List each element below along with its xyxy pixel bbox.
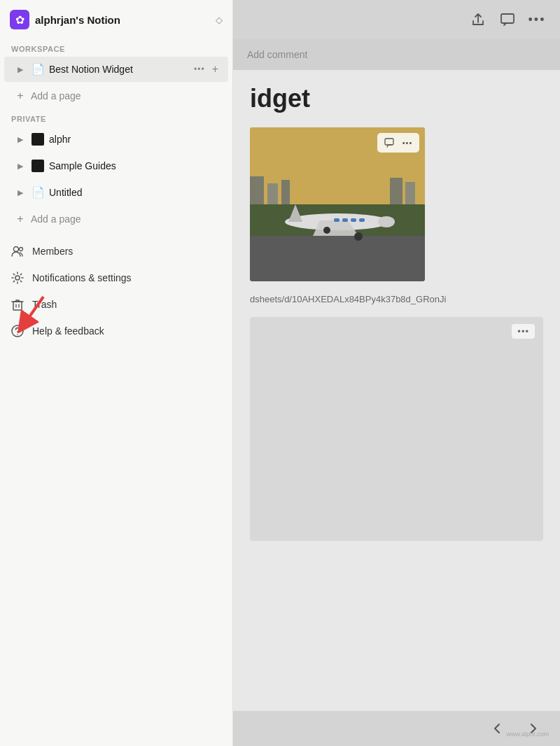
chevron-icon: ◇ (216, 15, 223, 25)
workspace-name: alphrjan's Notion (35, 14, 210, 26)
image-more-btn[interactable]: ••• (400, 135, 415, 150)
add-comment-bar[interactable]: Add comment (233, 39, 560, 70)
svg-rect-8 (501, 14, 514, 23)
chevron-right-icon-sample-guides: ▶ (14, 160, 27, 172)
private-add-page-plus-icon: + (14, 213, 27, 225)
sidebar-item-best-notion-widget[interactable]: ▶ 📄 Best Notion Widget ••• + (4, 57, 228, 82)
nav-label-sample-guides: Sample Guides (49, 160, 187, 171)
svg-rect-13 (267, 183, 278, 204)
dots-button-best-notion-widget[interactable]: ••• (191, 63, 208, 76)
add-comment-text: Add comment (247, 49, 307, 60)
svg-point-3 (20, 248, 23, 251)
workspace-add-page[interactable]: + Add a page (4, 83, 228, 108)
plus-button-untitled[interactable]: + (209, 185, 221, 200)
add-page-plus-icon: + (14, 90, 27, 102)
plus-button-sample-guides[interactable]: + (209, 158, 221, 174)
members-label: Members (32, 246, 73, 257)
sidebar-item-notifications-settings[interactable]: Notifications & settings (0, 265, 232, 291)
watermark: www.alphr.com (506, 731, 549, 738)
svg-point-4 (15, 276, 20, 280)
private-add-page-label: Add a page (31, 213, 81, 225)
sidebar-item-help-feedback[interactable]: Help & feedback (0, 318, 232, 344)
image-overlay-buttons: ••• (377, 133, 419, 153)
dots-button-sample-guides[interactable]: ••• (191, 160, 208, 172)
bottom-nav: Members Notifications & settings Tra (0, 238, 232, 344)
image-comment-btn[interactable] (382, 135, 397, 150)
svg-rect-21 (334, 218, 340, 222)
trash-icon (10, 297, 25, 312)
workspace-add-page-label: Add a page (31, 90, 81, 101)
nav-label-untitled: Untitled (49, 187, 187, 198)
link-block: dsheets/d/10AHXEDALx84BPy4k37b8d_GRonJi (233, 288, 560, 310)
sidebar: ✿ alphrjan's Notion ◇ WORKSPACE ▶ 📄 Best… (0, 0, 233, 746)
page-icon-untitled: 📄 (31, 185, 45, 199)
svg-point-7 (17, 334, 18, 335)
help-icon (10, 323, 25, 339)
nav-label-best-notion-widget: Best Notion Widget (49, 64, 187, 75)
link-text: dsheets/d/10AHXEDALx84BPy4k37b8d_GRonJi (250, 294, 446, 304)
gray-content-block: ••• (250, 317, 543, 541)
chevron-right-icon-alphr: ▶ (14, 133, 27, 146)
plus-button-best-notion-widget[interactable]: + (209, 62, 221, 77)
comment-button[interactable] (496, 8, 519, 31)
sidebar-item-alphr[interactable]: ▶ alphr ••• + (4, 127, 228, 152)
svg-rect-16 (405, 182, 415, 204)
page-icon-best-notion-widget: 📄 (31, 62, 45, 76)
notifications-settings-label: Notifications & settings (32, 272, 132, 283)
bottom-bar (233, 711, 560, 746)
page-icon-sample-guides (31, 159, 45, 173)
sidebar-item-members[interactable]: Members (0, 238, 232, 265)
svg-rect-14 (281, 180, 290, 204)
dots-button-alphr[interactable]: ••• (191, 133, 208, 146)
content-image-block: ••• (233, 120, 560, 288)
svg-rect-5 (13, 302, 22, 310)
sidebar-item-trash[interactable]: Trash (0, 291, 232, 318)
svg-point-25 (323, 227, 330, 234)
svg-rect-23 (351, 218, 356, 222)
sidebar-header[interactable]: ✿ alphrjan's Notion ◇ (0, 0, 232, 39)
svg-rect-27 (385, 139, 393, 145)
image-container: ••• (250, 127, 425, 281)
svg-point-26 (354, 232, 363, 241)
page-title-area: idget (233, 70, 560, 120)
help-feedback-label: Help & feedback (32, 325, 104, 337)
trash-label: Trash (32, 299, 57, 310)
dots-button-untitled[interactable]: ••• (191, 186, 208, 199)
main-content: ••• Add comment idget (233, 0, 560, 746)
workspace-icon: ✿ (10, 10, 29, 29)
page-title: idget (250, 84, 543, 113)
settings-icon (10, 270, 25, 286)
plus-button-alphr[interactable]: + (209, 132, 221, 147)
svg-rect-22 (342, 218, 348, 222)
private-section-label: PRIVATE (0, 109, 232, 126)
svg-rect-12 (250, 176, 264, 204)
chevron-right-icon: ▶ (14, 63, 27, 76)
share-button[interactable] (466, 8, 490, 31)
svg-rect-15 (390, 178, 402, 204)
workspace-section-label: WORKSPACE (0, 39, 232, 56)
svg-rect-24 (359, 218, 365, 222)
page-icon-alphr (31, 132, 45, 146)
sidebar-item-sample-guides[interactable]: ▶ Sample Guides ••• + (4, 153, 228, 178)
main-header: ••• (233, 0, 560, 39)
private-add-page[interactable]: + Add a page (4, 206, 228, 232)
gray-block-more-btn[interactable]: ••• (512, 324, 535, 339)
nav-actions-best-notion-widget: ••• + (191, 62, 221, 77)
sidebar-item-untitled[interactable]: ▶ 📄 Untitled ••• + (4, 180, 228, 205)
more-button[interactable]: ••• (525, 8, 549, 31)
svg-rect-11 (250, 236, 425, 281)
svg-point-2 (14, 247, 19, 252)
svg-point-18 (378, 216, 395, 227)
chevron-right-icon-untitled: ▶ (14, 186, 27, 199)
members-icon (10, 244, 25, 259)
main-page-area: Add comment idget (233, 39, 560, 746)
nav-label-alphr: alphr (49, 134, 187, 145)
